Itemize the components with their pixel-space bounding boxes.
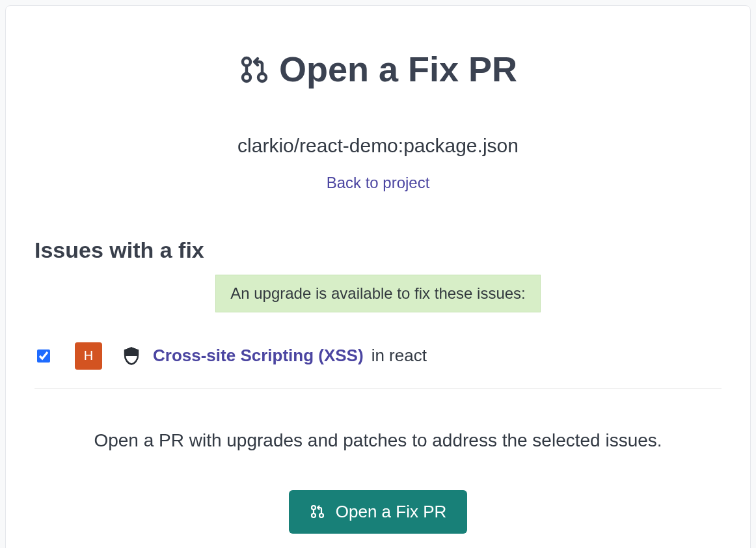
fix-pr-card: Open a Fix PR clarkio/react-demo:package… bbox=[5, 5, 751, 548]
cta-label: Open a Fix PR bbox=[336, 502, 447, 522]
title-row: Open a Fix PR bbox=[34, 50, 722, 89]
open-fix-pr-button[interactable]: Open a Fix PR bbox=[289, 490, 468, 534]
shield-icon bbox=[122, 346, 141, 366]
page-title: Open a Fix PR bbox=[239, 50, 517, 89]
issue-checkbox[interactable] bbox=[37, 349, 50, 363]
issue-row: H Cross-site Scripting (XSS) in react bbox=[34, 336, 722, 389]
git-pull-request-icon bbox=[310, 503, 325, 520]
cta-row: Open a Fix PR bbox=[34, 490, 722, 534]
upgrade-available-banner: An upgrade is available to fix these iss… bbox=[215, 275, 541, 312]
issue-name-link[interactable]: Cross-site Scripting (XSS) bbox=[153, 346, 364, 366]
project-path: clarkio/react-demo:package.json bbox=[34, 135, 722, 157]
back-to-project-link[interactable]: Back to project bbox=[34, 174, 722, 192]
page-title-text: Open a Fix PR bbox=[279, 50, 517, 89]
severity-badge-high: H bbox=[75, 342, 102, 370]
git-pull-request-icon bbox=[239, 53, 270, 87]
issue-context: in react bbox=[371, 346, 427, 366]
issues-section-title: Issues with a fix bbox=[34, 238, 722, 263]
instruction-text: Open a PR with upgrades and patches to a… bbox=[34, 430, 722, 451]
